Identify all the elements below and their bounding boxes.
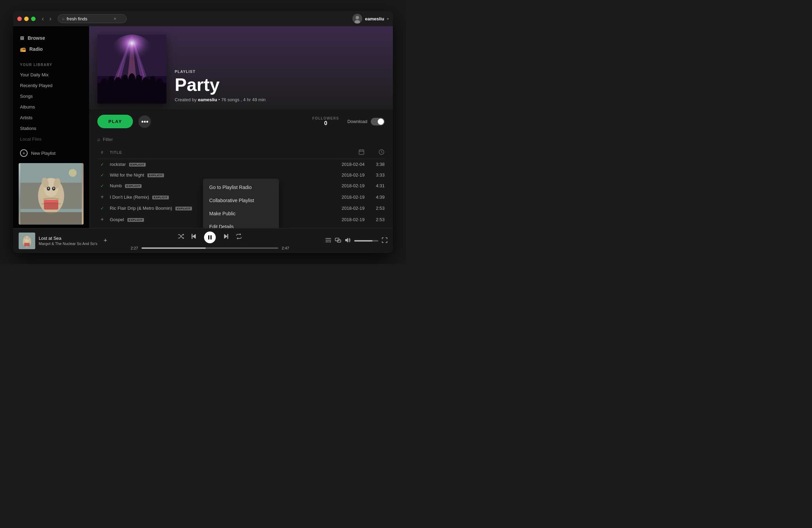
traffic-lights bbox=[17, 17, 36, 21]
svg-rect-35 bbox=[104, 79, 105, 84]
sidebar-item-artists[interactable]: Artists bbox=[13, 112, 89, 123]
sidebar-item-daily-mix[interactable]: Your Daily Mix bbox=[13, 69, 89, 80]
track-title: Gospel bbox=[110, 217, 124, 222]
svg-rect-56 bbox=[208, 235, 210, 239]
current-time: 2:27 bbox=[127, 246, 138, 250]
playlist-cover-art bbox=[97, 35, 166, 104]
track-time: 2:53 bbox=[367, 217, 385, 222]
track-title-cell: Wild for the Night EXPLICIT bbox=[110, 172, 239, 178]
svg-rect-38 bbox=[133, 74, 134, 82]
svg-rect-40 bbox=[152, 77, 153, 83]
sidebar-album-art[interactable] bbox=[19, 163, 84, 225]
fullscreen-button[interactable] bbox=[382, 237, 387, 244]
creator-name[interactable]: eamesliu bbox=[198, 97, 217, 102]
context-menu-item-edit-details[interactable]: Edit Details bbox=[203, 220, 279, 228]
fullscreen-icon bbox=[382, 237, 387, 243]
previous-button[interactable] bbox=[191, 233, 197, 241]
now-playing-art bbox=[19, 233, 35, 249]
radio-icon: 📻 bbox=[20, 46, 26, 52]
download-section: FOLLOWERS 0 bbox=[312, 116, 339, 126]
new-playlist-button[interactable]: + New Playlist bbox=[13, 146, 89, 160]
svg-rect-55 bbox=[192, 234, 193, 239]
forward-button[interactable]: › bbox=[47, 15, 54, 23]
search-input[interactable] bbox=[67, 16, 112, 21]
duration: 4 hr 49 min bbox=[243, 97, 265, 102]
now-playing-art-svg bbox=[19, 233, 35, 249]
sidebar-item-albums[interactable]: Albums bbox=[13, 102, 89, 112]
search-icon: ⌕ bbox=[62, 16, 65, 21]
volume-button[interactable] bbox=[345, 237, 351, 245]
explicit-badge: EXPLICIT bbox=[125, 184, 142, 188]
queue-button[interactable] bbox=[325, 237, 331, 245]
svg-rect-41 bbox=[359, 150, 364, 154]
filter-input[interactable] bbox=[103, 137, 161, 142]
play-button[interactable]: PLAY bbox=[97, 115, 133, 128]
progress-bar[interactable] bbox=[142, 247, 278, 249]
pause-button[interactable] bbox=[204, 232, 216, 243]
repeat-icon bbox=[236, 233, 242, 239]
playlist-header: PLAYLIST Party Created by eamesliu • 76 … bbox=[89, 26, 393, 109]
minimize-button[interactable] bbox=[24, 17, 29, 21]
context-item-label: Collaborative Playlist bbox=[209, 198, 254, 203]
playlist-title: Party bbox=[175, 76, 265, 94]
sidebar-item-local-files[interactable]: Local Files bbox=[13, 134, 89, 144]
sidebar-browse-label: Browse bbox=[28, 35, 45, 41]
download-toggle-section: Download bbox=[347, 118, 385, 125]
context-menu-item-playlist-radio[interactable]: Go to Playlist Radio bbox=[203, 181, 279, 194]
sidebar-item-recently-played[interactable]: Recently Played bbox=[13, 80, 89, 91]
filter-row: ⌕ bbox=[97, 134, 385, 146]
download-toggle[interactable] bbox=[371, 118, 385, 125]
track-date: 2018-02-19 bbox=[330, 172, 365, 178]
svg-line-47 bbox=[381, 152, 383, 153]
app-window: ‹ › ⌕ × eamesliu ▾ ⊞ bbox=[13, 11, 393, 253]
clock-icon bbox=[378, 149, 385, 155]
volume-fill bbox=[354, 240, 373, 242]
track-time: 3:33 bbox=[367, 172, 385, 178]
sidebar-item-radio[interactable]: 📻 Radio bbox=[19, 44, 84, 55]
svg-rect-36 bbox=[113, 77, 114, 83]
sidebar-item-stations[interactable]: Stations bbox=[13, 123, 89, 134]
album-art-image bbox=[19, 163, 84, 225]
player-right bbox=[311, 237, 387, 245]
devices-icon bbox=[335, 237, 341, 243]
track-time: 4:39 bbox=[367, 195, 385, 200]
devices-button[interactable] bbox=[335, 237, 341, 245]
track-check-icon: ✓ bbox=[97, 162, 107, 167]
sidebar-item-browse[interactable]: ⊞ Browse bbox=[19, 32, 84, 44]
close-button[interactable] bbox=[17, 17, 22, 21]
followers-label: FOLLOWERS bbox=[312, 116, 339, 120]
col-header-title: TITLE bbox=[110, 150, 239, 154]
previous-icon bbox=[191, 233, 197, 239]
sidebar: ⊞ Browse 📻 Radio YOUR LIBRARY Your Daily… bbox=[13, 26, 89, 228]
next-button[interactable] bbox=[223, 233, 229, 241]
plus-icon: + bbox=[20, 149, 28, 157]
svg-rect-37 bbox=[124, 75, 126, 82]
add-to-library-button[interactable]: + bbox=[104, 237, 107, 244]
download-label: Download bbox=[347, 119, 367, 124]
context-menu: Go to Playlist Radio Collaborative Playl… bbox=[203, 179, 279, 228]
track-add-icon: + bbox=[97, 216, 107, 223]
user-menu[interactable]: eamesliu ▾ bbox=[352, 14, 389, 23]
svg-rect-15 bbox=[20, 212, 82, 225]
titlebar: ‹ › ⌕ × eamesliu ▾ bbox=[13, 11, 393, 26]
track-date: 2018-02-19 bbox=[330, 217, 365, 222]
explicit-badge: EXPLICIT bbox=[175, 207, 192, 210]
context-menu-item-collaborative[interactable]: Collaborative Playlist bbox=[203, 194, 279, 207]
repeat-button[interactable] bbox=[236, 233, 242, 241]
context-item-label: Go to Playlist Radio bbox=[209, 185, 252, 190]
maximize-button[interactable] bbox=[31, 17, 36, 21]
search-clear-icon[interactable]: × bbox=[114, 16, 116, 21]
back-button[interactable]: ‹ bbox=[40, 15, 46, 23]
search-bar[interactable]: ⌕ × bbox=[58, 14, 127, 23]
sidebar-item-songs[interactable]: Songs bbox=[13, 91, 89, 102]
context-menu-item-make-public[interactable]: Make Public bbox=[203, 207, 279, 220]
track-date: 2018-02-19 bbox=[330, 195, 365, 200]
shuffle-button[interactable] bbox=[178, 233, 184, 241]
svg-point-28 bbox=[114, 77, 122, 90]
svg-point-24 bbox=[111, 35, 153, 69]
more-options-button[interactable]: ••• bbox=[138, 115, 151, 128]
now-playing-title: Lost at Sea bbox=[39, 236, 97, 241]
table-row[interactable]: ✓ rockstar EXPLICIT 2018-02-04 3:38 bbox=[97, 159, 385, 170]
playlist-actions: PLAY ••• FOLLOWERS 0 Download bbox=[89, 109, 393, 134]
volume-bar[interactable] bbox=[354, 240, 378, 242]
